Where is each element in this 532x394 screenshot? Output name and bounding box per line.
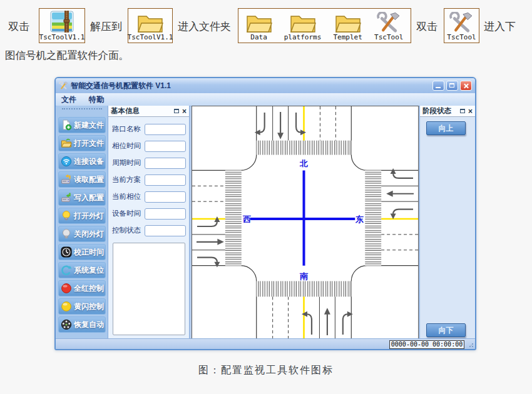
phase-cross <box>250 170 356 265</box>
extracted-folder-box[interactable]: TscToolV1.1 <box>128 8 173 43</box>
device-time-input[interactable] <box>145 208 186 220</box>
zip-archive-icon <box>49 11 74 34</box>
folder-icon <box>335 13 361 34</box>
data-folder-item[interactable]: Data <box>246 10 272 42</box>
field-row: 路口名称 <box>112 123 186 135</box>
stage-status-title: 阶段状态 <box>422 106 460 116</box>
stage-up-button[interactable]: 向上 <box>426 121 466 135</box>
sidebar-label: 打开文件 <box>74 138 104 149</box>
resize-grip-icon[interactable] <box>468 341 473 347</box>
maximize-icon[interactable] <box>446 81 458 91</box>
menubar: 文件 特勤 <box>56 93 475 106</box>
sidebar-button-connect-device[interactable]: 连接设备 <box>58 153 106 169</box>
sidebar-label: 写入配置 <box>74 193 104 203</box>
sidebar-button-light-off[interactable]: 关闭外灯 <box>58 226 106 242</box>
tsctool-exe-item[interactable]: TscTool <box>374 10 403 42</box>
toolbar-drag-handle[interactable] <box>62 108 102 109</box>
titlebar[interactable]: 智能交通信号机配置软件 V1.1 <box>56 78 475 93</box>
stage-status-panel: 阶段状态 × 向上 向下 <box>419 106 475 338</box>
close-icon[interactable] <box>460 81 472 91</box>
tsctool-app-label: TscTool <box>447 34 476 42</box>
sidebar-button-write-config[interactable]: 写入配置 <box>58 189 106 206</box>
basic-info-header: 基本信息 × <box>108 106 189 117</box>
platforms-folder-label: platforms <box>284 34 322 42</box>
current-plan-input[interactable] <box>145 174 186 186</box>
window-content: 新建文件 打开文件 <box>56 106 475 338</box>
close-panel-icon[interactable]: × <box>182 108 187 115</box>
field-label: 控制状态 <box>112 226 145 235</box>
current-phase-input[interactable] <box>145 191 186 203</box>
intersection-diagram: 北 南 西 东 <box>192 106 419 341</box>
device-datetime: 0000-00-00 00:00:00 <box>389 340 464 349</box>
open-file-icon <box>61 138 72 149</box>
folder-icon <box>137 13 163 34</box>
step-label-double-click-1: 双击 <box>8 19 29 34</box>
zip-file-box[interactable]: TscToolV1.1 <box>39 8 85 43</box>
field-label: 当前相位 <box>112 192 145 201</box>
south-label: 南 <box>299 271 308 281</box>
stage-down-button[interactable]: 向下 <box>426 323 466 337</box>
info-list-box[interactable] <box>113 243 185 335</box>
field-label: 相位时间 <box>112 141 145 151</box>
figure-caption: 图：配置监视工具软件图标 <box>0 364 532 377</box>
west-label: 西 <box>242 215 251 224</box>
minimize-icon[interactable] <box>432 81 444 91</box>
menu-file[interactable]: 文件 <box>61 94 76 105</box>
new-file-icon <box>61 119 72 131</box>
zip-file-item[interactable]: TscToolV1.1 <box>39 10 85 42</box>
menu-special[interactable]: 特勤 <box>89 94 104 105</box>
sidebar-button-yellow-flash[interactable]: 黄闪控制 <box>58 298 106 315</box>
zip-file-label: TscToolV1.1 <box>39 34 85 42</box>
float-panel-icon[interactable] <box>460 109 465 113</box>
sidebar-label: 打开外灯 <box>74 211 104 221</box>
sidebar-toolbar: 新建文件 打开文件 <box>56 106 108 338</box>
yellow-circle-icon <box>61 301 72 312</box>
tsctool-app-box[interactable]: TscTool <box>444 8 479 43</box>
north-label: 北 <box>299 159 308 168</box>
phase-time-input[interactable] <box>145 141 186 152</box>
sidebar-button-new-file[interactable]: 新建文件 <box>58 117 106 133</box>
sidebar-button-open-file[interactable]: 打开文件 <box>58 135 106 151</box>
intersection-name-input[interactable] <box>145 124 186 135</box>
connect-device-icon <box>61 156 72 167</box>
intersection-map: 北 南 西 东 <box>192 106 418 340</box>
east-label: 东 <box>355 215 364 224</box>
platforms-folder-item[interactable]: platforms <box>284 10 322 42</box>
sidebar-button-light-on[interactable]: 打开外灯 <box>58 208 106 224</box>
crosswalk-north <box>257 141 352 155</box>
red-circle-icon <box>61 283 72 294</box>
step-label-enter-next: 进入下 <box>484 19 516 34</box>
sidebar-label: 新建文件 <box>74 120 104 131</box>
basic-info-title: 基本信息 <box>111 106 174 116</box>
field-label: 周期时间 <box>112 158 145 168</box>
crosswalk-south <box>257 281 352 297</box>
tsctool-app-item[interactable]: TscTool <box>447 10 476 42</box>
sidebar-label: 系统复位 <box>74 265 104 276</box>
templet-folder-item[interactable]: Templet <box>334 10 362 42</box>
field-row: 设备时间 <box>112 208 186 220</box>
field-label: 路口名称 <box>112 124 145 134</box>
sidebar-button-correct-time[interactable]: 校正时间 <box>58 244 106 260</box>
sidebar-button-read-config[interactable]: 读取配置 <box>58 171 106 188</box>
app-tools-icon <box>59 81 68 90</box>
sidebar-button-all-red[interactable]: 全红控制 <box>58 280 106 296</box>
extracted-folder-item[interactable]: TscToolV1.1 <box>128 10 173 42</box>
tsctool-exe-label: TscTool <box>374 34 403 42</box>
control-status-input[interactable] <box>145 225 186 236</box>
cycle-time-input[interactable] <box>145 158 186 169</box>
crosswalk-west <box>225 170 242 265</box>
reset-icon <box>61 265 72 276</box>
read-config-icon <box>61 174 72 185</box>
field-row: 相位时间 <box>112 140 186 152</box>
float-panel-icon[interactable] <box>174 109 179 113</box>
sidebar-label: 恢复自动 <box>74 320 104 330</box>
basic-info-panel: 基本信息 × 路口名称 相位时间 周期时间 当前方案 <box>108 106 190 338</box>
app-window: 智能交通信号机配置软件 V1.1 文件 特勤 新建文件 <box>54 77 476 350</box>
sidebar-label: 关闭外灯 <box>74 229 104 240</box>
close-panel-icon[interactable]: × <box>468 108 473 115</box>
window-title: 智能交通信号机配置软件 V1.1 <box>71 81 431 91</box>
sidebar-button-system-reset[interactable]: 系统复位 <box>58 262 106 278</box>
light-off-icon <box>61 228 72 240</box>
page: { "page": { "intro_text": "图信号机之配置软件介面。"… <box>0 0 532 394</box>
sidebar-button-restore-auto[interactable]: 恢复自动 <box>58 316 106 333</box>
